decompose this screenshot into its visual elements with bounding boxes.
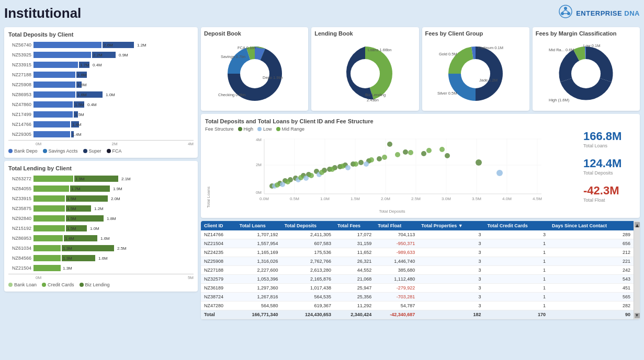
- svg-text:Depo 1.9bn: Depo 1.9bn: [263, 75, 283, 80]
- table-row: NZ33915 1.7M 0.4M: [8, 61, 194, 69]
- table-row: NZ47860 1.5M 0.4M: [8, 100, 194, 109]
- table-row: NZ29305 1.4M: [8, 130, 194, 138]
- credit-cards-dot: [42, 283, 46, 287]
- col-total-credit-cards: Total Credit Cards: [484, 221, 549, 230]
- svg-text:Loans 1.66bn: Loans 1.66bn: [368, 48, 391, 52]
- table-row: NZ387241,267,816564,53525,356-703,281315…: [201, 293, 634, 301]
- top-charts-row: Deposit Book: [201, 27, 640, 111]
- savings-dot: [43, 149, 47, 153]
- lending-bar-chart: NZ63272 1.9M 2.1M NZ84055 1.7M 1.9M NZ33…: [8, 175, 194, 287]
- table-row: NZ17499 1.5M: [8, 110, 194, 119]
- svg-point-86: [330, 167, 335, 172]
- table-row: NZ56740 2.6M 1.2M: [8, 41, 194, 49]
- svg-text:1.0M: 1.0M: [320, 196, 330, 201]
- lending-book-chart: Loans 1.66bn Biz Lending 2.43bn: [314, 40, 415, 108]
- svg-text:2.5M: 2.5M: [411, 196, 421, 201]
- table-row: NZ215041,557,954607,58331,159-950,371316…: [201, 239, 634, 248]
- table-row: NZ33915 1.5M 2.0M: [8, 194, 194, 203]
- deposits-card: Total Deposits by Client NZ56740 2.6M 1.…: [4, 27, 198, 158]
- col-total-properties: Total Properties ▼: [418, 221, 484, 230]
- svg-point-85: [319, 170, 324, 175]
- fees-margin-chart: Low 0.1M Mid Ra... 0.6M High (1.6M): [536, 40, 637, 108]
- table-row: NZ14766 1.4M: [8, 120, 194, 129]
- lending-card: Total Lending by Client NZ63272 1.9M 2.1…: [4, 161, 198, 292]
- data-table: Client ID Total Loans Total Deposits Tot…: [201, 221, 634, 319]
- table-row: NZ242351,165,169175,53611,652-989,633312…: [201, 248, 634, 257]
- col-total-float: Total Float: [375, 221, 418, 230]
- deposit-book-title: Deposit Book: [204, 30, 305, 37]
- data-table-card: Client ID Total Loans Total Deposits Tot…: [201, 221, 640, 319]
- bank-loan-dot: [8, 283, 13, 287]
- table-row: NZ25908 1.6M: [8, 80, 194, 89]
- table-row: NZ86953 1.6M 1.0M: [8, 90, 194, 99]
- fees-client-title: Fees by Client Group: [425, 30, 526, 37]
- deposits-bar-chart: NZ56740 2.6M 1.2M NZ53925 2.2M 0.9M NZ33…: [8, 41, 194, 154]
- fees-client-svg: Platinum 0.1M Gold 0.5M Silver 0.5M Jade…: [436, 40, 515, 108]
- svg-text:0M: 0M: [256, 190, 262, 195]
- scrollbar-thumb[interactable]: ▲: [635, 222, 640, 227]
- svg-text:2M: 2M: [256, 162, 262, 167]
- scatter-main: Total Deposits and Total Loans by Client…: [205, 118, 579, 214]
- svg-text:Silver 0.5M: Silver 0.5M: [437, 91, 457, 96]
- deposit-book-svg: FCA 0.1bn Savings 0.7bn Checking 0.9bn D…: [216, 40, 294, 108]
- svg-point-16: [461, 59, 490, 88]
- lending-book-svg: Loans 1.66bn Biz Lending 2.43bn: [326, 40, 404, 108]
- svg-text:Biz Lending: Biz Lending: [365, 92, 386, 97]
- svg-point-79: [364, 161, 369, 167]
- right-panel: Deposit Book: [201, 27, 640, 356]
- table-row: NZ259081,316,0262,762,76626,3211,446,740…: [201, 257, 634, 266]
- legend-savings: Savings Accts: [43, 148, 78, 154]
- table-wrapper: Client ID Total Loans Total Deposits Tot…: [201, 221, 640, 319]
- super-dot: [83, 149, 87, 153]
- lending-legend: Bank Loan Credit Cards Biz Lending: [8, 282, 194, 287]
- fees-client-card: Fees by Client Group: [422, 27, 529, 111]
- svg-text:4.5M: 4.5M: [533, 196, 542, 201]
- scatter-chart-area: Total Loans: [205, 134, 579, 208]
- scatter-plot-container: 0M 2M 4M 0.0M 0.5M 1.0M 1.5M 2.0M 2.5M 3…: [211, 134, 579, 208]
- col-total-loans: Total Loans: [236, 221, 281, 230]
- lending-axis-labels: 0M 5M: [8, 275, 194, 280]
- table-row: NZ21504 1.3M: [8, 264, 194, 272]
- svg-point-90: [382, 155, 387, 160]
- table-row: NZ147661,707,1922,411,30517,072704,11333…: [201, 230, 634, 239]
- stat-total-loans: 166.8M Total Loans: [583, 130, 636, 148]
- svg-text:Mid Ra... 0.6M: Mid Ra... 0.6M: [549, 48, 574, 52]
- legend-super: Super: [83, 148, 101, 154]
- table-footer: Total166,771,340124,430,6532,340,424-42,…: [201, 310, 634, 319]
- table-row: NZ47280564,580619,36711,29254,78731282: [201, 301, 634, 310]
- lending-book-title: Lending Book: [314, 30, 415, 37]
- fca-dot: [107, 149, 111, 153]
- svg-line-5: [566, 10, 569, 12]
- svg-point-76: [303, 176, 309, 181]
- lending-title: Total Lending by Client: [8, 165, 194, 171]
- svg-text:FCA 0.1bn: FCA 0.1bn: [238, 45, 256, 50]
- svg-point-94: [439, 147, 445, 152]
- biz-lending-dot: [80, 283, 84, 287]
- svg-point-12: [351, 59, 380, 88]
- fees-client-chart: Platinum 0.1M Gold 0.5M Silver 0.5M Jade…: [425, 40, 526, 108]
- table-row: NZ53925 2.2M 0.9M: [8, 51, 194, 59]
- svg-point-67: [377, 156, 382, 161]
- scrollbar-down[interactable]: ▼: [635, 313, 640, 318]
- svg-point-21: [571, 59, 601, 88]
- col-total-deposits: Total Deposits: [281, 221, 334, 230]
- logo-text: ENTERPRISE DNA: [576, 9, 640, 17]
- deposit-book-chart: FCA 0.1bn Savings 0.7bn Checking 0.9bn D…: [204, 40, 305, 108]
- table-footer-row: Total166,771,340124,430,6532,340,424-42,…: [201, 310, 634, 319]
- scatter-card: Total Deposits and Total Loans by Client…: [201, 114, 640, 218]
- svg-text:2.43bn: 2.43bn: [367, 98, 379, 102]
- legend-high: High: [238, 126, 254, 132]
- svg-text:0.5M: 0.5M: [290, 196, 299, 201]
- scatter-legend: Fee Structure High Low Mid Range: [205, 126, 579, 132]
- stat-total-float: -42.3M Total Float: [583, 184, 636, 203]
- y-axis-label: Total Loans: [205, 134, 211, 208]
- scatter-stats: 166.8M Total Loans 124.4M Total Deposits…: [583, 118, 636, 214]
- table-row: NZ92840 1.5M 1.8M: [8, 214, 194, 223]
- legend-bank-loan: Bank Loan: [8, 282, 37, 287]
- svg-point-65: [358, 160, 364, 165]
- scrollbar[interactable]: ▲ ▼: [634, 221, 640, 319]
- svg-point-89: [369, 157, 374, 162]
- dashboard: Institutional ENTERPRISE DNA: [0, 0, 644, 360]
- legend-bank-depo: Bank Depo: [8, 148, 38, 154]
- svg-point-91: [395, 152, 400, 157]
